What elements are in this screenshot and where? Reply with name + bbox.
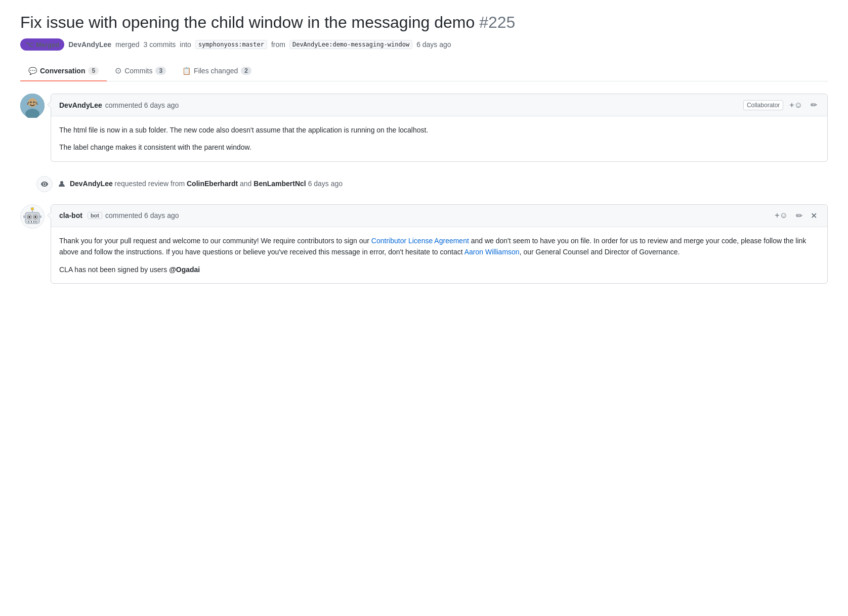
- event-actor[interactable]: DevAndyLee: [70, 180, 113, 188]
- comment-header-right-2: +☺ ✏ ✕: [773, 210, 819, 222]
- cla-text-3: , our General Counsel and Director of Go…: [520, 248, 680, 256]
- svg-point-8: [28, 216, 30, 218]
- comment-box-clabot: cla-bot bot commented 6 days ago +☺ ✏ ✕ …: [51, 204, 828, 284]
- avatar-devandylee: [20, 94, 45, 118]
- meta-action: merged: [115, 40, 139, 49]
- event-reviewer-1[interactable]: ColinEberhardt: [187, 180, 238, 188]
- tab-files-changed[interactable]: 📋 Files changed 2: [174, 61, 260, 81]
- cla-link[interactable]: Contributor License Agreement: [371, 237, 469, 245]
- merge-icon: ⌥: [25, 40, 33, 49]
- merged-badge: ⌥ Merged: [20, 38, 64, 51]
- edit-comment-button-2[interactable]: ✏: [794, 210, 804, 222]
- comment-timestamp-2: commented 6 days ago: [105, 211, 179, 219]
- comment-box-devandylee: DevAndyLee commented 6 days ago Collabor…: [51, 94, 828, 162]
- meta-commit-count: 3 commits: [144, 40, 176, 49]
- tab-files-changed-count: 2: [241, 67, 251, 75]
- comment-header-left-2: cla-bot bot commented 6 days ago: [59, 211, 179, 219]
- timeline-event-review-request: DevAndyLee requested review from ColinEb…: [32, 172, 828, 196]
- comment-header-left-1: DevAndyLee commented 6 days ago: [59, 101, 179, 109]
- collaborator-badge: Collaborator: [743, 100, 783, 110]
- eye-icon: [36, 176, 53, 192]
- meta-into: into: [180, 40, 191, 49]
- comment-body-cla-para-2: CLA has not been signed by users @Ogadai: [59, 264, 819, 275]
- edit-comment-button-1[interactable]: ✏: [809, 99, 819, 111]
- timeline: DevAndyLee commented 6 days ago Collabor…: [20, 94, 828, 294]
- tabs-bar: 💬 Conversation 5 ⊙ Commits 3 📋 Files cha…: [20, 61, 828, 81]
- comment-header-right-1: Collaborator +☺ ✏: [743, 99, 819, 111]
- pr-title-text: Fix issue with opening the child window …: [20, 13, 475, 31]
- tab-commits-count: 3: [155, 67, 166, 75]
- avatar-clabot: [20, 204, 45, 229]
- close-comment-button-2[interactable]: ✕: [809, 210, 819, 222]
- meta-time: 6 days ago: [416, 40, 451, 49]
- bot-tag: bot: [88, 212, 102, 219]
- source-branch[interactable]: DevAndyLee:demo-messaging-window: [289, 40, 412, 49]
- tab-conversation-label: Conversation: [40, 67, 85, 75]
- pr-number: #225: [479, 13, 515, 31]
- event-author-small: [58, 180, 70, 188]
- comment-author-1[interactable]: DevAndyLee: [59, 101, 102, 109]
- svg-rect-14: [34, 221, 35, 223]
- comment-body-clabot: Thank you for your pull request and welc…: [51, 227, 827, 283]
- tab-files-changed-label: Files changed: [194, 67, 238, 75]
- comment-header-clabot: cla-bot bot commented 6 days ago +☺ ✏ ✕: [51, 205, 827, 227]
- comment-author-clabot[interactable]: cla-bot: [59, 211, 82, 219]
- svg-point-10: [34, 216, 36, 218]
- event-reviewer-2[interactable]: BenLambertNcl: [253, 180, 306, 188]
- pr-title: Fix issue with opening the child window …: [20, 12, 828, 32]
- event-time: 6 days ago: [308, 180, 343, 188]
- svg-point-3: [30, 102, 32, 103]
- meta-author[interactable]: DevAndyLee: [68, 40, 111, 49]
- event-text-review: DevAndyLee requested review from ColinEb…: [58, 180, 343, 188]
- svg-rect-17: [23, 215, 26, 218]
- aaron-link[interactable]: Aaron Williamson: [464, 248, 520, 256]
- svg-rect-18: [39, 215, 41, 218]
- comment-timestamp-1: commented 6 days ago: [105, 101, 179, 109]
- tab-conversation-count: 5: [88, 67, 99, 75]
- svg-point-16: [31, 207, 34, 210]
- comment-body-cla-para-1: Thank you for your pull request and welc…: [59, 235, 819, 258]
- comment-clabot: cla-bot bot commented 6 days ago +☺ ✏ ✕ …: [20, 204, 828, 284]
- event-action-text: requested review from: [115, 180, 185, 188]
- svg-rect-13: [32, 221, 33, 223]
- commits-icon: ⊙: [115, 66, 121, 75]
- meta-from: from: [271, 40, 285, 49]
- svg-rect-12: [29, 221, 31, 223]
- target-branch[interactable]: symphonyoss:master: [195, 40, 267, 49]
- event-connector: and: [240, 180, 251, 188]
- add-emoji-button-1[interactable]: +☺: [787, 100, 804, 111]
- comment-devandylee: DevAndyLee commented 6 days ago Collabor…: [20, 94, 828, 162]
- svg-point-4: [33, 102, 35, 103]
- tab-commits-label: Commits: [124, 67, 152, 75]
- cla-text-1: Thank you for your pull request and welc…: [59, 237, 371, 245]
- comment-body-1: The html file is now in a sub folder. Th…: [51, 116, 827, 161]
- comment-header-devandylee: DevAndyLee commented 6 days ago Collabor…: [51, 94, 827, 116]
- cla-not-signed-text: CLA has not been signed by users: [59, 266, 169, 274]
- conversation-icon: 💬: [28, 67, 37, 75]
- merged-label: Merged: [36, 41, 59, 49]
- add-emoji-button-2[interactable]: +☺: [773, 210, 790, 221]
- tab-conversation[interactable]: 💬 Conversation 5: [20, 61, 107, 81]
- files-changed-icon: 📋: [182, 67, 191, 75]
- comment-body-para-1: The html file is now in a sub folder. Th…: [59, 124, 819, 136]
- cla-unsigned-user: @Ogadai: [169, 266, 200, 274]
- comment-body-para-2: The label change makes it consistent wit…: [59, 142, 819, 153]
- tab-commits[interactable]: ⊙ Commits 3: [107, 61, 174, 81]
- pr-meta: ⌥ Merged DevAndyLee merged 3 commits int…: [20, 38, 828, 51]
